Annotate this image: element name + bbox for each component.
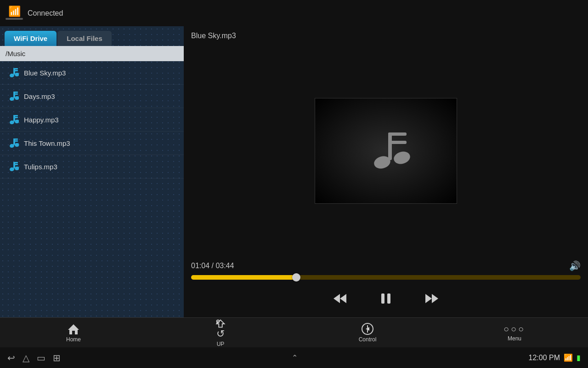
svg-rect-6	[13, 92, 18, 93]
file-item[interactable]: Happy.mp3	[0, 108, 184, 132]
svg-rect-27	[388, 141, 407, 144]
wifi-status-icon: 📶	[6, 6, 23, 20]
left-panel: WiFi Drive Local Files /Music Blue Sky.m…	[0, 26, 184, 317]
tab-bar: WiFi Drive Local Files	[0, 26, 184, 46]
album-art-area	[184, 46, 588, 256]
svg-marker-36	[68, 324, 79, 334]
sys-wifi-icon: 📶	[564, 353, 573, 362]
file-list: Blue Sky.mp3 Days.mp3 Happy.mp3 This Tow…	[0, 61, 184, 317]
back-nav-icon[interactable]: ↩	[7, 352, 15, 363]
nav-control[interactable]: Control	[294, 318, 441, 347]
file-name-label: Blue Sky.mp3	[24, 69, 66, 77]
sys-battery-icon: ▮	[577, 353, 581, 362]
grid-nav-icon[interactable]: ⊞	[53, 352, 61, 363]
music-note-large-icon	[358, 123, 413, 178]
playback-buttons	[191, 287, 581, 310]
fast-forward-icon	[424, 290, 440, 307]
music-file-icon	[6, 89, 19, 103]
file-item[interactable]: Blue Sky.mp3	[0, 61, 184, 85]
svg-point-29	[392, 150, 412, 165]
main-content: WiFi Drive Local Files /Music Blue Sky.m…	[0, 26, 588, 317]
music-file-icon	[6, 113, 19, 126]
track-title: Blue Sky.mp3	[184, 26, 588, 46]
chevron-up-icon[interactable]: ⌃	[292, 353, 298, 362]
home-icon	[67, 322, 80, 335]
music-file-icon	[6, 136, 19, 150]
svg-rect-32	[381, 293, 384, 304]
svg-rect-2	[13, 70, 18, 71]
file-item[interactable]: Days.mp3	[0, 85, 184, 108]
player-panel: Blue Sky.mp3 01:04 / 03:44	[184, 26, 588, 317]
file-name-label: Happy.mp3	[24, 116, 59, 124]
svg-marker-34	[425, 294, 432, 303]
svg-rect-22	[13, 164, 18, 165]
nav-home[interactable]: Home	[0, 318, 147, 347]
progress-bar[interactable]	[191, 275, 581, 280]
svg-rect-17	[13, 140, 18, 142]
nav-up-label: UP	[217, 341, 225, 347]
file-item[interactable]: This Town.mp3	[0, 132, 184, 155]
nav-control-label: Control	[359, 336, 377, 343]
svg-rect-16	[13, 138, 18, 140]
nav-bar: Home ↺ UP Control ○○○ Menu	[0, 317, 588, 347]
svg-rect-33	[387, 293, 390, 304]
system-time: 12:00 PM	[529, 354, 560, 362]
directory-path[interactable]: /Music	[0, 46, 184, 61]
fast-forward-button[interactable]	[420, 287, 443, 310]
tab-local-files[interactable]: Local Files	[57, 31, 112, 46]
music-file-icon	[6, 160, 19, 173]
status-bar: 📶 Connected	[0, 0, 588, 26]
nav-menu-label: Menu	[508, 335, 521, 342]
svg-rect-21	[13, 162, 18, 163]
tab-wifi-drive[interactable]: WiFi Drive	[5, 31, 57, 46]
progress-fill	[191, 275, 296, 280]
nav-home-label: Home	[66, 336, 81, 343]
file-name-label: Days.mp3	[24, 92, 55, 100]
time-row: 01:04 / 03:44 🔊	[191, 260, 581, 271]
menu-dots-icon: ○○○	[503, 324, 526, 334]
rewind-icon	[332, 290, 348, 307]
file-name-label: This Town.mp3	[24, 139, 70, 147]
svg-rect-25	[388, 132, 392, 160]
control-icon	[361, 322, 374, 335]
svg-rect-1	[13, 68, 18, 69]
svg-marker-35	[432, 294, 438, 303]
pause-button[interactable]	[374, 287, 397, 310]
svg-rect-12	[13, 117, 18, 118]
album-art	[315, 98, 457, 204]
sys-right-info: 12:00 PM 📶 ▮	[529, 353, 581, 362]
connected-label: Connected	[28, 9, 63, 17]
system-bar: ↩ △ ▭ ⊞ ⌃ 12:00 PM 📶 ▮	[0, 347, 588, 368]
svg-marker-30	[334, 294, 340, 303]
volume-icon[interactable]: 🔊	[569, 260, 581, 271]
up-icon-sym: ↺	[216, 328, 225, 340]
progress-thumb	[292, 273, 300, 282]
file-name-label: Tulips.mp3	[24, 163, 57, 171]
rewind-button[interactable]	[328, 287, 351, 310]
time-display: 01:04 / 03:44	[191, 262, 234, 270]
wifi-bar	[6, 18, 23, 20]
pause-icon	[378, 290, 394, 307]
home-nav-icon[interactable]: △	[23, 352, 29, 363]
player-controls: 01:04 / 03:44 🔊	[184, 256, 588, 317]
svg-rect-7	[13, 93, 18, 95]
nav-up[interactable]: ↺ UP	[147, 318, 294, 347]
svg-marker-31	[340, 294, 346, 303]
svg-rect-26	[388, 132, 407, 136]
nav-menu[interactable]: ○○○ Menu	[441, 318, 588, 347]
music-file-icon	[6, 66, 19, 80]
file-item[interactable]: Tulips.mp3	[0, 155, 184, 178]
svg-rect-11	[13, 115, 18, 116]
sys-left-icons: ↩ △ ▭ ⊞	[7, 352, 61, 363]
recents-nav-icon[interactable]: ▭	[37, 352, 45, 363]
